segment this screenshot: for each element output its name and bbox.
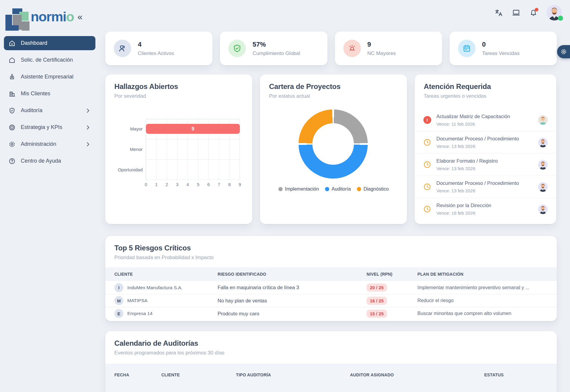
attention-item[interactable]: Elaborar Formato / Registro Vence: 13 fe… bbox=[415, 153, 556, 176]
chevron-right-icon bbox=[85, 141, 91, 147]
table-row[interactable]: EEmpresa 14 Prodcuto muy caro 15 / 25 Bu… bbox=[105, 307, 557, 320]
assignee-avatar bbox=[538, 115, 548, 125]
sidebar-collapse-button[interactable]: « bbox=[78, 12, 83, 21]
sidebar-item-estrategia-kpis[interactable]: Estrategia y KPIs bbox=[4, 120, 95, 134]
user-avatar[interactable] bbox=[547, 5, 562, 20]
online-status-dot bbox=[558, 16, 563, 21]
findings-chart-card: Hallazgos Abiertos Por severidad Mayor M… bbox=[105, 75, 252, 224]
stat-label: Clientes Activos bbox=[138, 51, 174, 57]
translate-icon[interactable] bbox=[495, 9, 503, 17]
settings-fab-button[interactable] bbox=[557, 45, 570, 58]
donut-chart bbox=[299, 109, 368, 179]
brand-header: normio « bbox=[0, 0, 99, 31]
shield-check-icon bbox=[228, 40, 246, 57]
chevron-right-icon bbox=[85, 108, 91, 114]
users-icon bbox=[114, 40, 131, 57]
risks-card: Top 5 Riesgos Críticos Prioridad basada … bbox=[105, 236, 557, 321]
client-initial-avatar: I bbox=[114, 283, 123, 292]
legend-item-diagnostico[interactable]: Diagnóstico bbox=[357, 186, 389, 192]
sidebar-item-label: Dashboard bbox=[21, 40, 47, 46]
task-title: Documentar Proceso / Procedimiento bbox=[436, 136, 533, 142]
sidebar-item-mis-clientes[interactable]: Mis Clientes bbox=[4, 87, 95, 101]
task-due-date: Vence: 13 feb 2026 bbox=[436, 166, 533, 171]
risk-description: Prodcuto muy caro bbox=[218, 311, 367, 317]
stat-label: NC Mayores bbox=[367, 51, 396, 57]
clock-icon bbox=[423, 205, 431, 213]
sidebar-nav: Dashboard Solic. de Certificación Asiste… bbox=[0, 31, 99, 173]
card-subtitle: Prioridad basada en Probabilidad x Impac… bbox=[114, 255, 548, 261]
mitigation-plan: Buscar minoritas que compren alto volume… bbox=[417, 311, 557, 316]
column-header-riesgo: RIESGO IDENTIFICADO bbox=[218, 272, 367, 277]
category-label: Oportunidad bbox=[105, 159, 143, 180]
client-name: Empresa 14 bbox=[127, 311, 153, 316]
topbar-actions bbox=[495, 5, 562, 20]
shield-check-icon bbox=[8, 107, 16, 114]
clock-icon bbox=[423, 138, 431, 146]
rpn-badge: 20 / 25 bbox=[367, 283, 387, 292]
sidebar-item-auditoria[interactable]: Auditoría bbox=[4, 103, 95, 118]
bar-chart-x-axis: 01 23 45 67 89 bbox=[146, 182, 240, 188]
assignee-avatar bbox=[538, 204, 548, 214]
table-row[interactable]: IInduMex Manufactura S.A. Falla en maqui… bbox=[105, 281, 557, 294]
card-subtitle: Por severidad bbox=[114, 93, 243, 99]
legend-item-auditoria[interactable]: Auditoría bbox=[325, 186, 351, 192]
attention-list: ! Actualizar Matriz de Capacitación Venc… bbox=[415, 109, 556, 220]
stat-value: 57% bbox=[252, 41, 300, 48]
card-title: Top 5 Riesgos Críticos bbox=[114, 244, 548, 252]
normio-logo-icon bbox=[2, 4, 28, 30]
column-header-fecha: FECHA bbox=[105, 372, 161, 377]
attention-card: Atención Requerida Tareas urgentes o ven… bbox=[415, 75, 556, 224]
stats-row: 4 Clientes Activos 57% Cumplimiento Glob… bbox=[105, 32, 557, 65]
sidebar: normio « Dashboard Solic. de Certificaci… bbox=[0, 0, 99, 392]
stat-label: Cumplimiento Global bbox=[252, 51, 300, 57]
card-subtitle: Por estatus actual bbox=[269, 93, 398, 99]
attention-item[interactable]: ! Actualizar Matriz de Capacitación Venc… bbox=[415, 109, 556, 131]
table-row[interactable]: MMATIPSA No hay plan de ventas 16 / 25 R… bbox=[105, 294, 557, 307]
alert-icon: ! bbox=[423, 116, 431, 124]
category-label: Menor bbox=[105, 139, 143, 160]
sidebar-item-label: Asistente Empresarial bbox=[21, 74, 73, 80]
column-header-tipo-auditoria: TIPO AUDITORÍA bbox=[236, 372, 350, 377]
risk-description: No hay plan de ventas bbox=[218, 298, 367, 304]
column-header-estatus: ESTATUS bbox=[484, 372, 557, 377]
home-icon bbox=[8, 40, 16, 47]
card-title: Calendario de Auditorías bbox=[114, 339, 548, 348]
sidebar-item-label: Auditoría bbox=[21, 107, 42, 114]
sidebar-item-solicitudes-certificacion[interactable]: Solic. de Certificación bbox=[4, 53, 95, 67]
help-icon bbox=[8, 158, 16, 165]
laptop-icon[interactable] bbox=[512, 8, 520, 17]
sidebar-item-label: Solic. de Certificación bbox=[21, 57, 73, 63]
task-due-date: Vence: 13 feb 2026 bbox=[436, 188, 533, 193]
brand-name-accent: o bbox=[66, 9, 74, 24]
brand-name: normio bbox=[31, 9, 74, 25]
sidebar-item-label: Administración bbox=[21, 141, 56, 147]
stat-card-clientes-activos: 4 Clientes Activos bbox=[105, 32, 212, 65]
legend-item-implementacion[interactable]: Implementación bbox=[278, 186, 319, 192]
legend-dot bbox=[278, 187, 283, 191]
attention-item[interactable]: Revisión por la Dirección Vence: 16 feb … bbox=[415, 198, 556, 220]
task-due-date: Vence: 13 feb 2026 bbox=[436, 144, 533, 149]
sidebar-item-administracion[interactable]: Administración bbox=[4, 137, 95, 151]
house-icon bbox=[8, 57, 16, 64]
assignee-avatar bbox=[538, 182, 548, 192]
task-title: Documentar Proceso / Procedimiento bbox=[436, 180, 533, 186]
client-name: MATIPSA bbox=[127, 298, 147, 303]
sidebar-item-centro-ayuda[interactable]: Centro de Ayuda bbox=[4, 154, 95, 168]
attention-item[interactable]: Documentar Proceso / Procedimiento Vence… bbox=[415, 131, 556, 153]
charts-row: Hallazgos Abiertos Por severidad Mayor M… bbox=[105, 75, 557, 224]
stat-value: 4 bbox=[138, 41, 174, 48]
mitigation-plan: Reducir el riesgo bbox=[417, 298, 557, 303]
stat-card-tareas-vencidas: 0 Tareas Vencidas bbox=[450, 32, 557, 65]
column-header-nivel: NIVEL (RPN) bbox=[367, 272, 417, 277]
mitigation-plan: Implementar mantenimiento preventivo sem… bbox=[417, 285, 557, 290]
attention-item[interactable]: Documentar Proceso / Procedimiento Vence… bbox=[415, 176, 556, 198]
clock-icon bbox=[423, 183, 431, 191]
bell-icon[interactable] bbox=[529, 9, 537, 17]
risks-table-header: CLIENTE RIESGO IDENTIFICADO NIVEL (RPN) … bbox=[105, 267, 557, 281]
calendar-icon bbox=[458, 40, 476, 57]
category-label: Mayor bbox=[105, 119, 143, 139]
clock-icon bbox=[423, 161, 431, 169]
sidebar-item-asistente-empresarial[interactable]: Asistente Empresarial bbox=[4, 70, 95, 84]
sidebar-item-dashboard[interactable]: Dashboard bbox=[4, 36, 95, 50]
calendar-table-header: FECHA CLIENTE TIPO AUDITORÍA AUDITOR ASI… bbox=[105, 364, 557, 392]
